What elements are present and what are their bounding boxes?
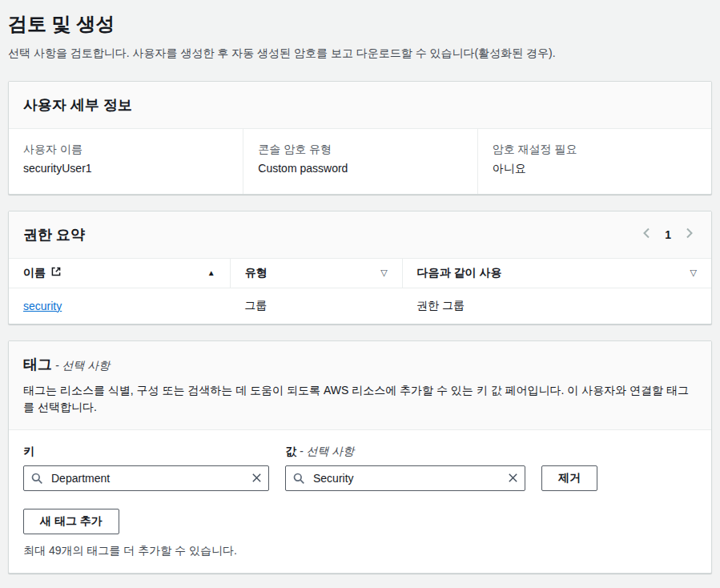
tags-description: 태그는 리소스를 식별, 구성 또는 검색하는 데 도움이 되도록 AWS 리소… <box>23 382 697 416</box>
tag-key-field: 키 <box>23 445 269 491</box>
user-details-columns: 사용자 이름 securityUser1 콘솔 암호 유형 Custom pas… <box>9 129 711 194</box>
tag-key-label: 키 <box>23 445 269 459</box>
row-used-as-cell: 권한 그룹 <box>402 288 711 324</box>
add-new-tag-button[interactable]: 새 태그 추가 <box>23 509 119 534</box>
page-title: 검토 및 생성 <box>8 11 712 36</box>
filter-dropdown-icon[interactable]: ▽ <box>690 268 697 277</box>
column-header-type[interactable]: 유형 ▽ <box>230 259 402 288</box>
user-details-card-header: 사용자 세부 정보 <box>9 82 711 129</box>
tag-value-input[interactable] <box>285 465 525 491</box>
user-details-title: 사용자 세부 정보 <box>23 97 132 113</box>
permissions-table-header-row: 이름 ▲ 유형 ▽ <box>9 259 711 288</box>
tags-optional-suffix: - 선택 사항 <box>55 359 110 372</box>
user-details-card: 사용자 세부 정보 사용자 이름 securityUser1 콘솔 암호 유형 … <box>8 81 712 195</box>
pagination-page-1-button[interactable]: 1 <box>663 228 673 241</box>
column-header-name[interactable]: 이름 ▲ <box>9 259 230 288</box>
column-name-label: 이름 <box>23 266 46 280</box>
pagination-previous-button[interactable] <box>639 225 655 244</box>
group-name-link[interactable]: security <box>23 300 62 312</box>
remove-tag-button[interactable]: 제거 <box>541 465 597 491</box>
table-row: security 그룹 권한 그룹 <box>9 288 711 324</box>
tags-card: 태그 - 선택 사항 태그는 리소스를 식별, 구성 또는 검색하는 데 도움이… <box>8 340 712 574</box>
page-subtitle: 선택 사항을 검토합니다. 사용자를 생성한 후 자동 생성된 암호를 보고 다… <box>8 46 712 62</box>
pagination: 1 <box>639 225 697 244</box>
tags-card-header: 태그 - 선택 사항 태그는 리소스를 식별, 구성 또는 검색하는 데 도움이… <box>9 341 711 430</box>
search-icon <box>30 472 43 487</box>
tags-remaining-hint: 최대 49개의 태그를 더 추가할 수 있습니다. <box>23 544 697 558</box>
permissions-summary-header: 권한 요약 1 <box>9 211 711 259</box>
row-type-cell: 그룹 <box>230 288 402 324</box>
clear-value-icon[interactable] <box>507 472 519 484</box>
column-type-label: 유형 <box>245 266 267 280</box>
external-link-icon <box>50 266 62 280</box>
user-name-field: 사용자 이름 securityUser1 <box>9 129 243 194</box>
column-used-as-label: 다음과 같이 사용 <box>417 266 502 280</box>
user-name-label: 사용자 이름 <box>23 143 228 157</box>
permissions-table: 이름 ▲ 유형 ▽ <box>9 259 711 324</box>
tags-body: 키 값 - 선택 사항 <box>9 430 711 573</box>
chevron-left-icon <box>641 227 654 242</box>
review-and-create-page: 검토 및 생성 선택 사항을 검토합니다. 사용자를 생성한 후 자동 생성된 … <box>0 0 720 588</box>
pagination-next-button[interactable] <box>681 225 697 244</box>
column-header-used-as[interactable]: 다음과 같이 사용 ▽ <box>402 259 711 288</box>
password-reset-required-label: 암호 재설정 필요 <box>493 143 697 157</box>
password-reset-required-value: 아니요 <box>493 162 697 176</box>
tag-value-optional-suffix: - 선택 사항 <box>300 445 354 457</box>
permissions-summary-title: 권한 요약 <box>23 225 85 244</box>
tag-key-input[interactable] <box>23 465 269 491</box>
sort-ascending-icon[interactable]: ▲ <box>207 269 215 277</box>
tags-title: 태그 <box>23 356 52 373</box>
tag-editor-row: 키 값 - 선택 사항 <box>23 445 697 491</box>
tag-value-field: 값 - 선택 사항 <box>285 445 525 491</box>
password-reset-required-field: 암호 재설정 필요 아니요 <box>477 129 711 194</box>
chevron-right-icon <box>682 227 695 242</box>
user-name-value: securityUser1 <box>23 162 228 175</box>
console-password-type-label: 콘솔 암호 유형 <box>258 143 462 157</box>
tag-value-label: 값 - 선택 사항 <box>285 445 525 459</box>
filter-dropdown-icon[interactable]: ▽ <box>380 268 387 277</box>
console-password-type-field: 콘솔 암호 유형 Custom password <box>243 129 477 194</box>
search-icon <box>292 472 305 487</box>
clear-key-icon[interactable] <box>251 472 263 484</box>
console-password-type-value: Custom password <box>258 162 462 175</box>
permissions-summary-card: 권한 요약 1 <box>8 211 712 324</box>
